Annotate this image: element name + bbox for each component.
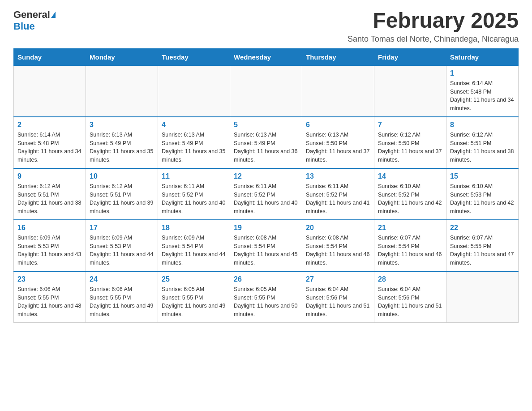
calendar-cell xyxy=(302,65,374,117)
weekday-header-tuesday: Tuesday xyxy=(158,48,230,65)
day-info: Sunrise: 6:13 AM Sunset: 5:50 PM Dayligh… xyxy=(306,131,370,164)
calendar-cell: 18Sunrise: 6:09 AM Sunset: 5:54 PM Dayli… xyxy=(158,220,230,271)
day-number: 20 xyxy=(306,224,370,232)
calendar-cell: 12Sunrise: 6:11 AM Sunset: 5:52 PM Dayli… xyxy=(230,168,302,220)
weekday-header-friday: Friday xyxy=(374,48,446,65)
day-number: 2 xyxy=(17,121,82,129)
day-number: 1 xyxy=(450,69,515,77)
calendar-cell: 3Sunrise: 6:13 AM Sunset: 5:49 PM Daylig… xyxy=(86,117,158,168)
calendar-cell: 5Sunrise: 6:13 AM Sunset: 5:49 PM Daylig… xyxy=(230,117,302,168)
calendar-cell: 16Sunrise: 6:09 AM Sunset: 5:53 PM Dayli… xyxy=(14,220,86,271)
logo-text-accent: Blue xyxy=(13,21,35,32)
day-info: Sunrise: 6:10 AM Sunset: 5:53 PM Dayligh… xyxy=(450,182,515,216)
day-number: 6 xyxy=(306,121,370,129)
day-info: Sunrise: 6:14 AM Sunset: 5:48 PM Dayligh… xyxy=(17,131,82,164)
day-number: 28 xyxy=(378,275,442,283)
day-info: Sunrise: 6:12 AM Sunset: 5:51 PM Dayligh… xyxy=(450,131,515,164)
weekday-header-saturday: Saturday xyxy=(446,48,519,65)
calendar-cell: 27Sunrise: 6:04 AM Sunset: 5:56 PM Dayli… xyxy=(302,271,374,323)
day-info: Sunrise: 6:10 AM Sunset: 5:52 PM Dayligh… xyxy=(378,182,442,216)
calendar-cell: 4Sunrise: 6:13 AM Sunset: 5:49 PM Daylig… xyxy=(158,117,230,168)
calendar-cell: 6Sunrise: 6:13 AM Sunset: 5:50 PM Daylig… xyxy=(302,117,374,168)
calendar-cell: 1Sunrise: 6:14 AM Sunset: 5:48 PM Daylig… xyxy=(446,65,519,117)
calendar-cell: 7Sunrise: 6:12 AM Sunset: 5:50 PM Daylig… xyxy=(374,117,446,168)
weekday-header-wednesday: Wednesday xyxy=(230,48,302,65)
day-number: 22 xyxy=(450,224,515,232)
day-number: 18 xyxy=(162,224,226,232)
calendar-cell: 24Sunrise: 6:06 AM Sunset: 5:55 PM Dayli… xyxy=(86,271,158,323)
weekday-header-sunday: Sunday xyxy=(14,48,86,65)
day-number: 9 xyxy=(17,172,82,180)
day-number: 16 xyxy=(17,224,82,232)
day-info: Sunrise: 6:12 AM Sunset: 5:51 PM Dayligh… xyxy=(90,182,154,216)
calendar-cell xyxy=(446,271,519,323)
calendar-cell: 15Sunrise: 6:10 AM Sunset: 5:53 PM Dayli… xyxy=(446,168,519,220)
day-info: Sunrise: 6:04 AM Sunset: 5:56 PM Dayligh… xyxy=(378,285,442,319)
logo-triangle-icon xyxy=(51,12,56,18)
day-number: 13 xyxy=(306,172,370,180)
calendar-cell: 20Sunrise: 6:08 AM Sunset: 5:54 PM Dayli… xyxy=(302,220,374,271)
weekday-header-thursday: Thursday xyxy=(302,48,374,65)
day-info: Sunrise: 6:11 AM Sunset: 5:52 PM Dayligh… xyxy=(306,182,370,216)
day-info: Sunrise: 6:13 AM Sunset: 5:49 PM Dayligh… xyxy=(162,131,226,164)
day-info: Sunrise: 6:13 AM Sunset: 5:49 PM Dayligh… xyxy=(234,131,298,164)
day-number: 26 xyxy=(234,275,298,283)
day-number: 11 xyxy=(162,172,226,180)
week-row-3: 9Sunrise: 6:12 AM Sunset: 5:51 PM Daylig… xyxy=(14,168,519,220)
calendar-cell: 23Sunrise: 6:06 AM Sunset: 5:55 PM Dayli… xyxy=(14,271,86,323)
calendar-cell: 11Sunrise: 6:11 AM Sunset: 5:52 PM Dayli… xyxy=(158,168,230,220)
calendar-cell: 19Sunrise: 6:08 AM Sunset: 5:54 PM Dayli… xyxy=(230,220,302,271)
day-number: 7 xyxy=(378,121,442,129)
day-info: Sunrise: 6:12 AM Sunset: 5:50 PM Dayligh… xyxy=(378,131,442,164)
day-info: Sunrise: 6:05 AM Sunset: 5:55 PM Dayligh… xyxy=(234,285,298,319)
day-number: 21 xyxy=(378,224,442,232)
day-info: Sunrise: 6:14 AM Sunset: 5:48 PM Dayligh… xyxy=(450,79,515,113)
day-info: Sunrise: 6:09 AM Sunset: 5:53 PM Dayligh… xyxy=(90,234,154,267)
day-info: Sunrise: 6:08 AM Sunset: 5:54 PM Dayligh… xyxy=(306,234,370,267)
week-row-5: 23Sunrise: 6:06 AM Sunset: 5:55 PM Dayli… xyxy=(14,271,519,323)
day-info: Sunrise: 6:11 AM Sunset: 5:52 PM Dayligh… xyxy=(162,182,226,216)
day-info: Sunrise: 6:09 AM Sunset: 5:53 PM Dayligh… xyxy=(17,234,82,267)
day-number: 5 xyxy=(234,121,298,129)
day-number: 27 xyxy=(306,275,370,283)
page-header: General Blue February 2025 Santo Tomas d… xyxy=(13,9,519,44)
calendar-cell: 28Sunrise: 6:04 AM Sunset: 5:56 PM Dayli… xyxy=(374,271,446,323)
day-number: 24 xyxy=(90,275,154,283)
day-info: Sunrise: 6:08 AM Sunset: 5:54 PM Dayligh… xyxy=(234,234,298,267)
logo-text-main: General xyxy=(13,9,50,21)
location-text: Santo Tomas del Norte, Chinandega, Nicar… xyxy=(348,34,519,44)
calendar-cell: 9Sunrise: 6:12 AM Sunset: 5:51 PM Daylig… xyxy=(14,168,86,220)
calendar-cell: 14Sunrise: 6:10 AM Sunset: 5:52 PM Dayli… xyxy=(374,168,446,220)
calendar-cell: 8Sunrise: 6:12 AM Sunset: 5:51 PM Daylig… xyxy=(446,117,519,168)
day-number: 15 xyxy=(450,172,515,180)
day-info: Sunrise: 6:12 AM Sunset: 5:51 PM Dayligh… xyxy=(17,182,82,216)
day-info: Sunrise: 6:06 AM Sunset: 5:55 PM Dayligh… xyxy=(90,285,154,319)
day-number: 3 xyxy=(90,121,154,129)
week-row-4: 16Sunrise: 6:09 AM Sunset: 5:53 PM Dayli… xyxy=(14,220,519,271)
calendar-table: SundayMondayTuesdayWednesdayThursdayFrid… xyxy=(13,48,519,323)
day-number: 23 xyxy=(17,275,82,283)
calendar-cell: 10Sunrise: 6:12 AM Sunset: 5:51 PM Dayli… xyxy=(86,168,158,220)
day-number: 25 xyxy=(162,275,226,283)
month-title: February 2025 xyxy=(348,9,519,33)
day-info: Sunrise: 6:05 AM Sunset: 5:55 PM Dayligh… xyxy=(162,285,226,319)
calendar-cell: 17Sunrise: 6:09 AM Sunset: 5:53 PM Dayli… xyxy=(86,220,158,271)
calendar-cell: 22Sunrise: 6:07 AM Sunset: 5:55 PM Dayli… xyxy=(446,220,519,271)
calendar-cell xyxy=(230,65,302,117)
day-number: 12 xyxy=(234,172,298,180)
calendar-cell: 13Sunrise: 6:11 AM Sunset: 5:52 PM Dayli… xyxy=(302,168,374,220)
day-number: 19 xyxy=(234,224,298,232)
calendar-cell xyxy=(158,65,230,117)
day-info: Sunrise: 6:04 AM Sunset: 5:56 PM Dayligh… xyxy=(306,285,370,319)
day-info: Sunrise: 6:06 AM Sunset: 5:55 PM Dayligh… xyxy=(17,285,82,319)
calendar-cell: 26Sunrise: 6:05 AM Sunset: 5:55 PM Dayli… xyxy=(230,271,302,323)
day-number: 8 xyxy=(450,121,515,129)
calendar-cell xyxy=(86,65,158,117)
calendar-cell: 2Sunrise: 6:14 AM Sunset: 5:48 PM Daylig… xyxy=(14,117,86,168)
day-info: Sunrise: 6:07 AM Sunset: 5:54 PM Dayligh… xyxy=(378,234,442,267)
day-number: 17 xyxy=(90,224,154,232)
day-info: Sunrise: 6:07 AM Sunset: 5:55 PM Dayligh… xyxy=(450,234,515,267)
logo: General Blue xyxy=(13,9,56,32)
calendar-cell xyxy=(14,65,86,117)
weekday-header-monday: Monday xyxy=(86,48,158,65)
